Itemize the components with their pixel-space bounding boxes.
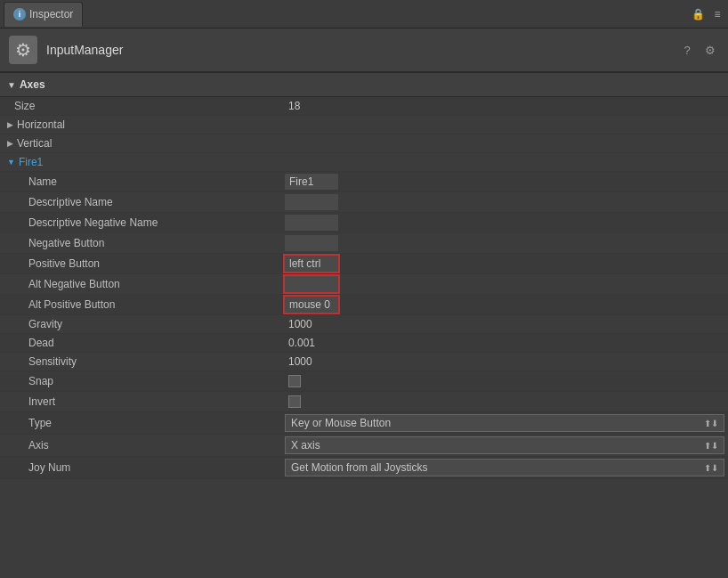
inspector-header: ⚙ InputManager ? ⚙: [0, 28, 728, 72]
tab-bar: i Inspector 🔒 ≡: [0, 0, 728, 28]
help-icon[interactable]: ?: [678, 41, 696, 59]
prop-type-value[interactable]: Key or Mouse Button ⬆⬇: [281, 412, 728, 434]
inspector-tab[interactable]: i Inspector: [4, 2, 83, 27]
snap-checkbox[interactable]: [288, 375, 301, 387]
prop-pos-button-value[interactable]: left ctrl: [281, 254, 728, 273]
inspector-title: InputManager: [46, 43, 123, 57]
prop-desc-name-label: Descriptive Name: [0, 193, 281, 211]
prop-neg-button-label: Negative Button: [0, 234, 281, 252]
axis-dropdown-arrow: ⬆⬇: [704, 441, 718, 451]
axes-section-header[interactable]: ▼ Axes: [0, 73, 728, 97]
inspector-tab-icon: i: [13, 8, 26, 20]
prop-neg-button-row: Negative Button: [0, 233, 728, 254]
prop-snap-value[interactable]: [281, 371, 728, 391]
input-manager-icon: ⚙: [9, 36, 37, 64]
inspector-tab-label: Inspector: [29, 8, 73, 20]
prop-invert-value[interactable]: [281, 392, 728, 411]
prop-type-label: Type: [0, 414, 281, 432]
prop-joynum-label: Joy Num: [0, 459, 281, 476]
prop-gravity-value[interactable]: 1000: [281, 316, 728, 332]
prop-axis-value[interactable]: X axis ⬆⬇: [281, 435, 728, 456]
prop-desc-name-row: Descriptive Name: [0, 192, 728, 213]
prop-desc-neg-name-row: Descriptive Negative Name: [0, 213, 728, 233]
prop-alt-pos-button-label: Alt Positive Button: [0, 296, 281, 313]
prop-dead-row: Dead 0.001: [0, 334, 728, 353]
type-dropdown[interactable]: Key or Mouse Button ⬆⬇: [285, 414, 724, 432]
menu-icon[interactable]: ≡: [710, 7, 724, 21]
prop-desc-neg-name-label: Descriptive Negative Name: [0, 214, 281, 232]
prop-alt-neg-button-value[interactable]: [281, 274, 728, 294]
settings-icon[interactable]: ⚙: [701, 41, 719, 59]
prop-name-value[interactable]: Fire1: [281, 172, 728, 191]
prop-gravity-row: Gravity 1000: [0, 315, 728, 334]
prop-desc-neg-name-value[interactable]: [281, 213, 728, 232]
prop-snap-row: Snap: [0, 371, 728, 392]
prop-alt-neg-button-row: Alt Negative Button: [0, 274, 728, 295]
horizontal-row[interactable]: ▶ Horizontal: [0, 116, 728, 134]
type-dropdown-arrow: ⬆⬇: [704, 419, 718, 428]
prop-invert-label: Invert: [0, 393, 281, 411]
vertical-label: Vertical: [17, 137, 52, 150]
prop-axis-row: Axis X axis ⬆⬇: [0, 435, 728, 457]
prop-gravity-label: Gravity: [0, 315, 281, 333]
prop-sensitivity-label: Sensitivity: [0, 353, 281, 370]
horizontal-triangle: ▶: [7, 120, 13, 129]
prop-sensitivity-value[interactable]: 1000: [281, 354, 728, 370]
type-dropdown-value: Key or Mouse Button: [291, 417, 391, 429]
prop-neg-button-value[interactable]: [281, 233, 728, 253]
prop-desc-name-value[interactable]: [281, 192, 728, 212]
prop-axis-label: Axis: [0, 436, 281, 454]
horizontal-label: Horizontal: [17, 118, 65, 131]
prop-pos-button-row: Positive Button left ctrl: [0, 254, 728, 274]
prop-alt-pos-button-row: Alt Positive Button mouse 0: [0, 295, 728, 315]
vertical-row[interactable]: ▶ Vertical: [0, 134, 728, 153]
size-label: Size: [0, 97, 281, 115]
joynum-dropdown-value: Get Motion from all Joysticks: [291, 461, 427, 474]
fire1-label: Fire1: [19, 156, 43, 168]
tab-right: 🔒 ≡: [691, 7, 724, 21]
prop-pos-button-label: Positive Button: [0, 255, 281, 273]
fire1-triangle: ▼: [7, 158, 15, 167]
content-area: ▼ Axes Size 18 ▶ Horizontal ▶ Vertical ▼…: [0, 73, 728, 479]
joynum-dropdown-arrow: ⬆⬇: [704, 463, 718, 473]
lock-icon[interactable]: 🔒: [691, 7, 705, 21]
prop-type-row: Type Key or Mouse Button ⬆⬇: [0, 412, 728, 435]
axes-triangle: ▼: [7, 80, 16, 90]
vertical-triangle: ▶: [7, 139, 13, 148]
size-value: 18: [281, 98, 728, 114]
axes-label: Axes: [20, 78, 45, 91]
prop-dead-label: Dead: [0, 334, 281, 352]
size-row: Size 18: [0, 97, 728, 116]
fire1-row[interactable]: ▼ Fire1: [0, 153, 728, 172]
prop-sensitivity-row: Sensitivity 1000: [0, 353, 728, 371]
prop-name-row: Name Fire1: [0, 172, 728, 192]
axis-dropdown-value: X axis: [291, 439, 320, 452]
inspector-header-right: ? ⚙: [678, 41, 719, 59]
prop-name-label: Name: [0, 173, 281, 191]
invert-checkbox[interactable]: [288, 395, 301, 408]
prop-dead-value[interactable]: 0.001: [281, 335, 728, 351]
prop-alt-pos-button-value[interactable]: mouse 0: [281, 295, 728, 314]
joynum-dropdown[interactable]: Get Motion from all Joysticks ⬆⬇: [285, 459, 724, 476]
prop-joynum-row: Joy Num Get Motion from all Joysticks ⬆⬇: [0, 457, 728, 479]
tab-left: i Inspector: [4, 2, 83, 27]
inspector-header-left: ⚙ InputManager: [9, 36, 123, 64]
prop-snap-label: Snap: [0, 372, 281, 390]
prop-joynum-value[interactable]: Get Motion from all Joysticks ⬆⬇: [281, 457, 728, 478]
axis-dropdown[interactable]: X axis ⬆⬇: [285, 436, 724, 454]
prop-invert-row: Invert: [0, 392, 728, 412]
prop-alt-neg-button-label: Alt Negative Button: [0, 275, 281, 293]
